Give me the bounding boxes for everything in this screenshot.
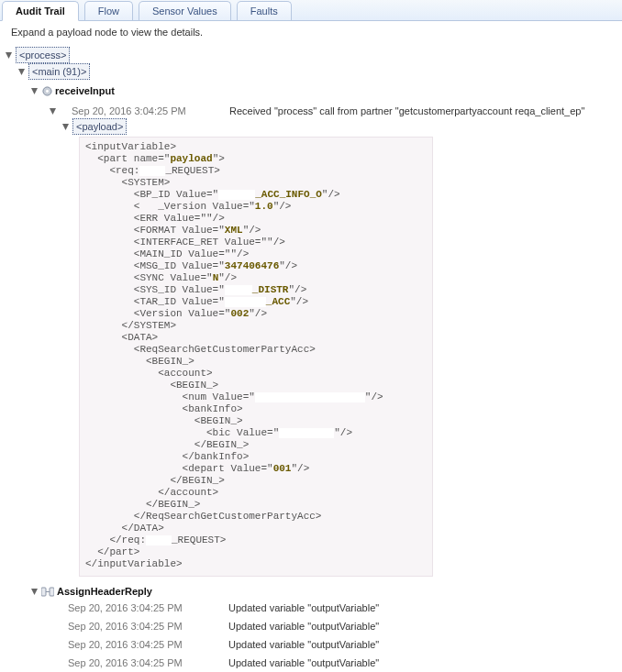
update-rows: Sep 20, 2016 3:04:25 PM Updated variable… — [68, 599, 622, 672]
update-message: Updated variable "outputVariable" — [228, 621, 379, 632]
received-message: Received "process" call from partner "ge… — [229, 104, 584, 118]
svg-point-4 — [46, 90, 49, 93]
received-timestamp: Sep 20, 2016 3:04:25 PM — [72, 104, 229, 118]
update-row: Sep 20, 2016 3:04:25 PM Updated variable… — [68, 599, 622, 617]
svg-rect-9 — [50, 588, 54, 596]
gear-icon — [41, 85, 52, 96]
twisty-icon[interactable] — [17, 67, 26, 76]
svg-marker-7 — [31, 589, 38, 595]
twisty-icon[interactable] — [29, 587, 39, 596]
update-timestamp: Sep 20, 2016 3:04:25 PM — [68, 639, 228, 650]
node-assign-header-reply[interactable]: AssignHeaderReply — [57, 584, 152, 599]
svg-marker-1 — [18, 69, 25, 75]
twisty-icon[interactable] — [61, 122, 70, 131]
twisty-icon[interactable] — [48, 106, 57, 116]
update-row: Sep 20, 2016 3:04:25 PM Updated variable… — [68, 617, 622, 635]
audit-tree: <process> <main (91)> receiveInput Sep 2… — [0, 47, 622, 672]
tab-faults[interactable]: Faults — [237, 1, 292, 20]
svg-rect-8 — [41, 588, 46, 596]
svg-marker-0 — [6, 52, 12, 59]
node-process[interactable]: <process> — [16, 47, 70, 63]
tab-flow[interactable]: Flow — [84, 1, 133, 20]
node-receive-input[interactable]: receiveInput — [55, 83, 115, 98]
update-message: Updated variable "outputVariable" — [228, 639, 379, 650]
assign-icon — [41, 586, 54, 597]
update-row: Sep 20, 2016 3:04:25 PM Updated variable… — [68, 635, 622, 654]
update-message: Updated variable "outputVariable" — [228, 657, 379, 668]
svg-marker-5 — [50, 108, 56, 115]
hint-text: Expand a payload node to view the detail… — [0, 21, 622, 47]
node-payload[interactable]: <payload> — [72, 118, 127, 135]
svg-marker-2 — [31, 88, 38, 94]
twisty-icon[interactable] — [29, 86, 39, 95]
twisty-icon[interactable] — [4, 50, 13, 60]
payload-xml: <inputVariable> <part name="payload"> <r… — [79, 137, 433, 577]
update-message: Updated variable "outputVariable" — [228, 602, 379, 613]
update-timestamp: Sep 20, 2016 3:04:25 PM — [68, 657, 228, 668]
update-timestamp: Sep 20, 2016 3:04:25 PM — [68, 621, 228, 632]
node-main[interactable]: <main (91)> — [28, 63, 90, 80]
tab-sensor-values[interactable]: Sensor Values — [139, 1, 231, 20]
svg-marker-6 — [62, 124, 69, 130]
update-row: Sep 20, 2016 3:04:25 PM Updated variable… — [68, 654, 622, 672]
tab-bar: Audit Trail Flow Sensor Values Faults — [0, 0, 622, 21]
update-timestamp: Sep 20, 2016 3:04:25 PM — [68, 602, 228, 613]
tab-audit-trail[interactable]: Audit Trail — [2, 1, 79, 21]
